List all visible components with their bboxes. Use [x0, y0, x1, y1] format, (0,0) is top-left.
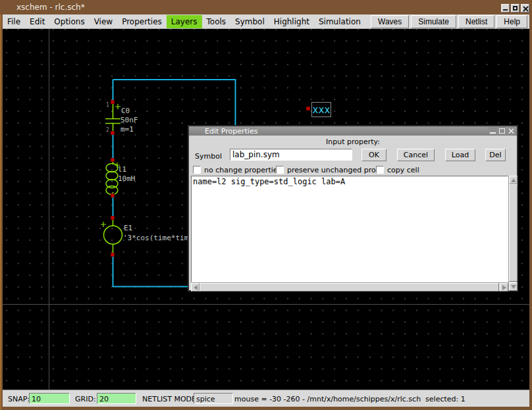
close-icon	[507, 127, 516, 135]
symbol-label: Symbol	[195, 152, 222, 161]
pin-terminal[interactable]	[111, 193, 115, 197]
inductor-ref-label[interactable]: l1	[118, 165, 126, 174]
grid-label: GRID:	[75, 395, 96, 403]
mouse-status-text: mouse = -30 -260 - /mnt/x/home/schippes/…	[234, 395, 466, 403]
capacitor-value-label[interactable]: 50nF	[120, 116, 138, 124]
checkbox-row: no change properties preserve unchanged …	[189, 166, 517, 174]
capacitor-pin1-number: 1	[106, 102, 109, 108]
simulate-button[interactable]: Simulate	[411, 15, 456, 28]
selected-net-label[interactable]: xxx	[311, 102, 331, 117]
inductor-value-label[interactable]: 10mH	[118, 174, 136, 183]
preserve-unchanged-props-label: preserve unchanged props	[287, 166, 384, 174]
dialog-titlebar[interactable]: Edit Properties	[189, 126, 517, 136]
window-minimize-button[interactable]	[501, 4, 510, 13]
statusbar: SNAP: 10 GRID: 20 NETLIST MODE: spice mo…	[3, 390, 529, 407]
scroll-up-button[interactable]	[509, 176, 518, 184]
xschem-window: xschem - rlc.sch* File Edit Options View…	[0, 0, 532, 410]
preserve-unchanged-props-checkbox[interactable]	[276, 166, 284, 174]
horizontal-scrollbar[interactable]	[191, 282, 508, 291]
pin-terminal[interactable]	[111, 158, 115, 162]
del-button[interactable]: Del	[485, 149, 506, 161]
plus-icon	[115, 104, 120, 109]
cancel-button[interactable]: Cancel	[397, 149, 435, 161]
menu-layers[interactable]: Layers	[167, 15, 202, 28]
menu-view[interactable]: View	[90, 15, 117, 28]
scroll-right-button[interactable]	[500, 283, 508, 292]
vertical-scroll-thumb[interactable]	[509, 184, 518, 282]
plus-icon	[101, 222, 106, 227]
netlist-button[interactable]: Netlist	[458, 15, 494, 28]
pin-terminal[interactable]	[306, 107, 310, 111]
voltage-source-symbol[interactable]	[101, 220, 122, 253]
minimize-icon	[490, 132, 496, 134]
scroll-down-icon	[511, 285, 516, 289]
window-titlebar[interactable]: xschem - rlc.sch*	[0, 0, 532, 14]
horizontal-scroll-thumb[interactable]	[200, 283, 499, 292]
menu-symbol[interactable]: Symbol	[230, 15, 269, 28]
dialog-maximize-button[interactable]	[498, 127, 506, 135]
minimize-icon	[503, 9, 508, 11]
input-property-label: Input property:	[189, 138, 517, 146]
netlist-mode-label: NETLIST MODE:	[142, 395, 199, 403]
symbol-input[interactable]: lab_pin.sym	[230, 149, 352, 161]
source-ref-label[interactable]: E1	[124, 224, 132, 232]
waves-button[interactable]: Waves	[371, 15, 409, 28]
menu-file[interactable]: File	[3, 15, 25, 28]
pin-terminal[interactable]	[111, 253, 115, 257]
no-change-properties-label: no change properties	[204, 166, 281, 174]
dialog-title: Edit Properties	[205, 127, 257, 136]
pin-terminal[interactable]	[111, 100, 115, 104]
scroll-left-icon	[194, 285, 198, 290]
pin-terminal[interactable]	[111, 131, 115, 135]
vertical-scrollbar[interactable]	[508, 176, 517, 291]
copy-cell-checkbox[interactable]	[376, 166, 384, 174]
menu-simulation[interactable]: Simulation	[314, 15, 365, 28]
scroll-down-button[interactable]	[509, 282, 518, 291]
close-icon	[522, 5, 529, 13]
snap-input[interactable]: 10	[29, 393, 70, 404]
scroll-right-icon	[502, 285, 506, 290]
maximize-icon	[499, 128, 505, 134]
menubar: File Edit Options View Properties Layers…	[3, 14, 529, 29]
menu-highlight[interactable]: Highlight	[269, 15, 314, 28]
menu-edit[interactable]: Edit	[25, 15, 49, 28]
window-title: xschem - rlc.sch*	[16, 3, 85, 12]
ok-button[interactable]: OK	[361, 149, 386, 161]
scroll-left-button[interactable]	[191, 283, 200, 292]
capacitor-pin2-number: 2	[106, 127, 109, 133]
snap-label: SNAP:	[8, 395, 30, 403]
window-close-button[interactable]	[521, 4, 529, 13]
grid-input[interactable]: 20	[97, 393, 136, 404]
property-textarea[interactable]: name=l2 sig_type=std_logic lab=A	[191, 176, 508, 282]
window-maximize-button[interactable]	[511, 4, 519, 13]
help-button[interactable]: Help	[496, 15, 527, 28]
pin-terminal[interactable]	[111, 216, 115, 220]
edit-properties-dialog: Edit Properties Input property: Symbol l…	[188, 125, 518, 292]
menu-properties[interactable]: Properties	[117, 15, 167, 28]
maximize-icon	[513, 6, 518, 11]
capacitor-ref-label[interactable]: C0	[121, 107, 130, 115]
dialog-minimize-button[interactable]	[489, 127, 497, 135]
menu-options[interactable]: Options	[49, 15, 89, 28]
net-label-text: xxx	[312, 104, 330, 116]
netlist-mode-input[interactable]: spice	[194, 393, 233, 404]
menu-tools[interactable]: Tools	[202, 15, 231, 28]
dialog-close-button[interactable]	[507, 127, 516, 135]
capacitor-mult-label[interactable]: m=1	[120, 125, 134, 134]
no-change-properties-checkbox[interactable]	[193, 166, 201, 174]
scroll-up-icon	[511, 178, 516, 182]
load-button[interactable]: Load	[445, 149, 475, 161]
copy-cell-label: copy cell	[387, 166, 419, 174]
